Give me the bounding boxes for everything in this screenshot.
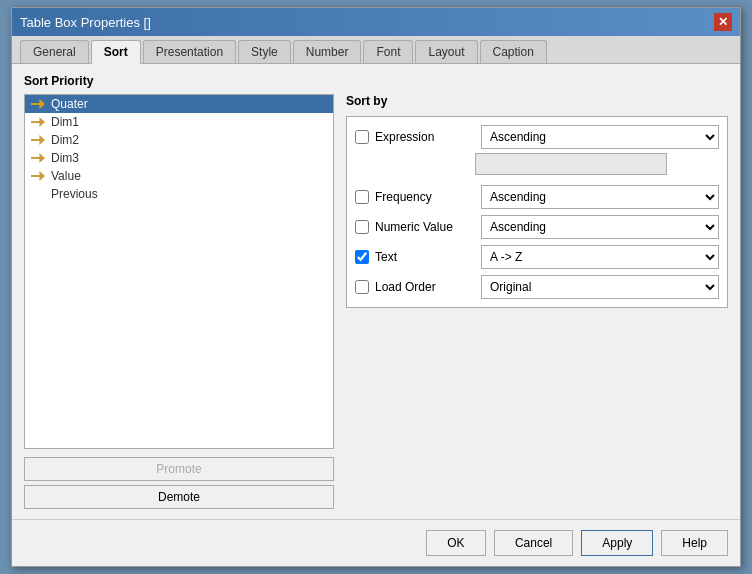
key-icon bbox=[31, 135, 45, 145]
list-item-label: Dim3 bbox=[51, 151, 79, 165]
frequency-label: Frequency bbox=[375, 190, 475, 204]
frequency-checkbox[interactable] bbox=[355, 190, 369, 204]
sort-priority-label: Sort Priority bbox=[24, 74, 728, 88]
list-item[interactable]: Quater bbox=[25, 95, 333, 113]
close-button[interactable]: ✕ bbox=[714, 13, 732, 31]
ok-button[interactable]: OK bbox=[426, 530, 486, 556]
sort-row-text: Text A -> Z Z -> A bbox=[355, 245, 719, 269]
tab-font[interactable]: Font bbox=[363, 40, 413, 63]
tab-general[interactable]: General bbox=[20, 40, 89, 63]
key-icon bbox=[31, 171, 45, 181]
expression-label: Expression bbox=[375, 130, 475, 144]
tab-caption[interactable]: Caption bbox=[480, 40, 547, 63]
left-panel: Quater Dim1 Dim2 Dim3 bbox=[24, 94, 334, 509]
expression-checkbox[interactable] bbox=[355, 130, 369, 144]
sort-priority-list[interactable]: Quater Dim1 Dim2 Dim3 bbox=[24, 94, 334, 449]
demote-button[interactable]: Demote bbox=[24, 485, 334, 509]
list-item[interactable]: Value bbox=[25, 167, 333, 185]
sort-by-label: Sort by bbox=[346, 94, 728, 108]
list-item-label: Value bbox=[51, 169, 81, 183]
promote-button[interactable]: Promote bbox=[24, 457, 334, 481]
help-button[interactable]: Help bbox=[661, 530, 728, 556]
text-label: Text bbox=[375, 250, 475, 264]
key-icon bbox=[31, 153, 45, 163]
load-order-label: Load Order bbox=[375, 280, 475, 294]
load-order-select[interactable]: Original Reverse bbox=[481, 275, 719, 299]
tab-content: Sort Priority Quater Dim1 Dim2 bbox=[12, 64, 740, 519]
sort-row-load-order: Load Order Original Reverse bbox=[355, 275, 719, 299]
title-bar: Table Box Properties [] ✕ bbox=[12, 8, 740, 36]
tab-bar: General Sort Presentation Style Number F… bbox=[12, 36, 740, 64]
list-item-label: Dim2 bbox=[51, 133, 79, 147]
numeric-value-label: Numeric Value bbox=[375, 220, 475, 234]
load-order-checkbox[interactable] bbox=[355, 280, 369, 294]
dialog-title: Table Box Properties [] bbox=[20, 15, 151, 30]
list-item-label: Dim1 bbox=[51, 115, 79, 129]
tab-layout[interactable]: Layout bbox=[415, 40, 477, 63]
sort-by-box: Expression Ascending Descending Frequenc… bbox=[346, 116, 728, 308]
text-checkbox[interactable] bbox=[355, 250, 369, 264]
dialog: Table Box Properties [] ✕ General Sort P… bbox=[11, 7, 741, 567]
cancel-button[interactable]: Cancel bbox=[494, 530, 573, 556]
right-panel: Sort by Expression Ascending Descending bbox=[346, 94, 728, 509]
list-item[interactable]: Dim1 bbox=[25, 113, 333, 131]
expression-text-input[interactable] bbox=[475, 153, 667, 175]
tab-number[interactable]: Number bbox=[293, 40, 362, 63]
tab-sort[interactable]: Sort bbox=[91, 40, 141, 64]
numeric-value-select[interactable]: Ascending Descending bbox=[481, 215, 719, 239]
expression-select[interactable]: Ascending Descending bbox=[481, 125, 719, 149]
list-item-label: Previous bbox=[51, 187, 98, 201]
apply-button[interactable]: Apply bbox=[581, 530, 653, 556]
sort-row-expression: Expression Ascending Descending bbox=[355, 125, 719, 149]
text-select[interactable]: A -> Z Z -> A bbox=[481, 245, 719, 269]
frequency-select[interactable]: Ascending Descending bbox=[481, 185, 719, 209]
list-item[interactable]: Dim2 bbox=[25, 131, 333, 149]
list-item-label: Quater bbox=[51, 97, 88, 111]
sort-row-frequency: Frequency Ascending Descending bbox=[355, 185, 719, 209]
footer-buttons: OK Cancel Apply Help bbox=[12, 519, 740, 566]
expression-textbox-row bbox=[475, 153, 719, 175]
main-area: Quater Dim1 Dim2 Dim3 bbox=[24, 94, 728, 509]
tab-style[interactable]: Style bbox=[238, 40, 291, 63]
tab-presentation[interactable]: Presentation bbox=[143, 40, 236, 63]
list-item[interactable]: Previous bbox=[25, 185, 333, 203]
left-buttons: Promote Demote bbox=[24, 457, 334, 509]
key-icon bbox=[31, 117, 45, 127]
numeric-value-checkbox[interactable] bbox=[355, 220, 369, 234]
sort-row-numeric-value: Numeric Value Ascending Descending bbox=[355, 215, 719, 239]
list-item[interactable]: Dim3 bbox=[25, 149, 333, 167]
key-icon bbox=[31, 99, 45, 109]
